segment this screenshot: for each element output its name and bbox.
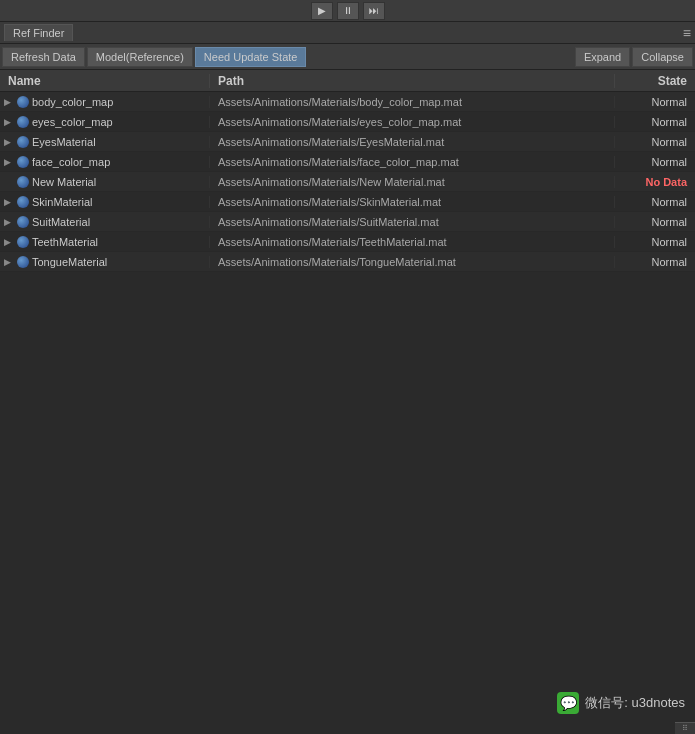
cell-path: Assets/Animations/Materials/SuitMaterial…: [210, 216, 615, 228]
table-row[interactable]: ▶SkinMaterialAssets/Animations/Materials…: [0, 192, 695, 212]
media-controls-bar: ▶ ⏸ ⏭: [0, 0, 695, 22]
expand-arrow-icon[interactable]: ▶: [4, 217, 14, 227]
expand-arrow-icon[interactable]: ▶: [4, 137, 14, 147]
table-row[interactable]: ▶body_color_mapAssets/Animations/Materia…: [0, 92, 695, 112]
cell-state: Normal: [615, 96, 695, 108]
material-sphere-icon: [17, 216, 29, 228]
table-row[interactable]: ▶face_color_mapAssets/Animations/Materia…: [0, 152, 695, 172]
material-sphere-icon: [17, 256, 29, 268]
table-row[interactable]: ▶eyes_color_mapAssets/Animations/Materia…: [0, 112, 695, 132]
cell-path: Assets/Animations/Materials/SkinMaterial…: [210, 196, 615, 208]
panel-header: Ref Finder ≡: [0, 22, 695, 44]
cell-name: ▶body_color_map: [0, 96, 210, 108]
cell-path: Assets/Animations/Materials/New Material…: [210, 176, 615, 188]
toolbar: Refresh Data Model(Reference) Need Updat…: [0, 44, 695, 70]
row-name-label: face_color_map: [32, 156, 110, 168]
material-sphere-icon: [17, 176, 29, 188]
material-sphere-icon: [17, 136, 29, 148]
cell-name: ▶TeethMaterial: [0, 236, 210, 248]
row-name-label: body_color_map: [32, 96, 113, 108]
cell-name: ▶face_color_map: [0, 156, 210, 168]
material-sphere-icon: [17, 156, 29, 168]
table-header: Name Path State: [0, 70, 695, 92]
cell-path: Assets/Animations/Materials/TeethMateria…: [210, 236, 615, 248]
bottom-resize-bar[interactable]: ⠿: [675, 722, 695, 734]
expand-arrow-icon[interactable]: ▶: [4, 97, 14, 107]
row-name-label: eyes_color_map: [32, 116, 113, 128]
cell-path: Assets/Animations/Materials/TongueMateri…: [210, 256, 615, 268]
panel-title: Ref Finder: [13, 27, 64, 39]
column-header-state: State: [615, 74, 695, 88]
pause-button[interactable]: ⏸: [337, 2, 359, 20]
row-name-label: New Material: [32, 176, 96, 188]
row-name-label: TeethMaterial: [32, 236, 98, 248]
cell-state: Normal: [615, 216, 695, 228]
skip-button[interactable]: ⏭: [363, 2, 385, 20]
refresh-data-button[interactable]: Refresh Data: [2, 47, 85, 67]
row-name-label: EyesMaterial: [32, 136, 96, 148]
watermark: 💬 微信号: u3dnotes: [557, 692, 685, 714]
cell-name: ▶EyesMaterial: [0, 136, 210, 148]
material-sphere-icon: [17, 96, 29, 108]
table-row[interactable]: ▶TeethMaterialAssets/Animations/Material…: [0, 232, 695, 252]
play-button[interactable]: ▶: [311, 2, 333, 20]
column-header-path: Path: [210, 74, 615, 88]
cell-state: Normal: [615, 136, 695, 148]
cell-name: ▶SkinMaterial: [0, 196, 210, 208]
cell-name: ▶SuitMaterial: [0, 216, 210, 228]
need-update-state-button[interactable]: Need Update State: [195, 47, 307, 67]
table-row[interactable]: ▶SuitMaterialAssets/Animations/Materials…: [0, 212, 695, 232]
cell-state: No Data: [615, 176, 695, 188]
cell-name: ▶eyes_color_map: [0, 116, 210, 128]
row-name-label: TongueMaterial: [32, 256, 107, 268]
table-row[interactable]: New MaterialAssets/Animations/Materials/…: [0, 172, 695, 192]
expand-button[interactable]: Expand: [575, 47, 630, 67]
cell-path: Assets/Animations/Materials/EyesMaterial…: [210, 136, 615, 148]
collapse-button[interactable]: Collapse: [632, 47, 693, 67]
expand-arrow-icon[interactable]: ▶: [4, 197, 14, 207]
cell-path: Assets/Animations/Materials/body_color_m…: [210, 96, 615, 108]
cell-path: Assets/Animations/Materials/eyes_color_m…: [210, 116, 615, 128]
row-name-label: SuitMaterial: [32, 216, 90, 228]
panel-title-tab[interactable]: Ref Finder: [4, 24, 73, 41]
cell-state: Normal: [615, 236, 695, 248]
cell-name: ▶TongueMaterial: [0, 256, 210, 268]
cell-name: New Material: [0, 176, 210, 188]
material-sphere-icon: [17, 116, 29, 128]
cell-state: Normal: [615, 256, 695, 268]
expand-arrow-icon[interactable]: ▶: [4, 257, 14, 267]
expand-arrow-icon[interactable]: ▶: [4, 117, 14, 127]
material-sphere-icon: [17, 196, 29, 208]
panel-menu-icon[interactable]: ≡: [683, 25, 691, 41]
table-body: ▶body_color_mapAssets/Animations/Materia…: [0, 92, 695, 272]
toolbar-right: Expand Collapse: [575, 47, 693, 67]
expand-arrow-icon[interactable]: ▶: [4, 237, 14, 247]
column-header-name: Name: [0, 74, 210, 88]
table-row[interactable]: ▶EyesMaterialAssets/Animations/Materials…: [0, 132, 695, 152]
cell-state: Normal: [615, 196, 695, 208]
table-row[interactable]: ▶TongueMaterialAssets/Animations/Materia…: [0, 252, 695, 272]
cell-state: Normal: [615, 116, 695, 128]
material-sphere-icon: [17, 236, 29, 248]
watermark-text: 微信号: u3dnotes: [585, 694, 685, 712]
resize-icon: ⠿: [682, 724, 688, 733]
model-reference-button[interactable]: Model(Reference): [87, 47, 193, 67]
cell-state: Normal: [615, 156, 695, 168]
row-name-label: SkinMaterial: [32, 196, 93, 208]
expand-arrow-icon[interactable]: ▶: [4, 157, 14, 167]
wechat-icon: 💬: [557, 692, 579, 714]
cell-path: Assets/Animations/Materials/face_color_m…: [210, 156, 615, 168]
